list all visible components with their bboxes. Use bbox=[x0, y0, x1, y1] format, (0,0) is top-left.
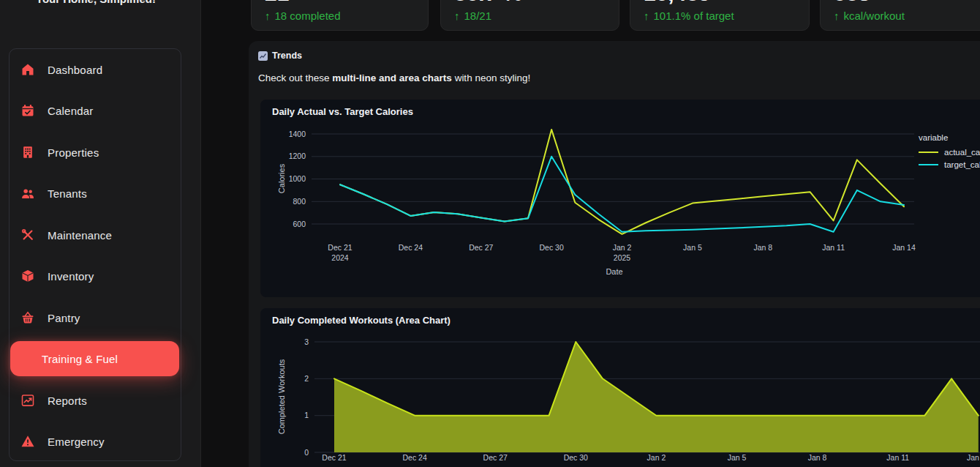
calendar-icon bbox=[20, 103, 35, 118]
y-axis-title: Completed Workouts bbox=[277, 359, 286, 435]
workouts-area-chart-panel: 0123Dec 21Dec 24Dec 27Dec 30Jan 2Jan 5Ja… bbox=[260, 308, 980, 467]
sidebar-item-tenants[interactable]: Tenants bbox=[12, 179, 180, 208]
chart-title: Daily Completed Workouts (Area Chart) bbox=[272, 315, 451, 326]
svg-text:600: 600 bbox=[293, 220, 306, 228]
stat-delta-label: 18/21 bbox=[464, 10, 492, 22]
svg-text:2: 2 bbox=[304, 374, 309, 383]
svg-text:2025: 2025 bbox=[614, 253, 631, 262]
arrow-up-icon bbox=[454, 10, 460, 22]
svg-text:Jan 5: Jan 5 bbox=[728, 453, 747, 462]
chart-legend: variable actual_calories target_calories bbox=[919, 133, 980, 171]
svg-text:1200: 1200 bbox=[289, 152, 306, 160]
sidebar-item-emergency[interactable]: Emergency bbox=[12, 427, 180, 456]
sidebar-item-calendar[interactable]: Calendar bbox=[12, 96, 180, 125]
svg-text:3: 3 bbox=[304, 337, 309, 346]
stat-value: 21 bbox=[265, 0, 289, 7]
x-axis-title: Date bbox=[606, 267, 622, 276]
svg-text:Jan 11: Jan 11 bbox=[822, 243, 845, 252]
sidebar-item-label: Dashboard bbox=[48, 64, 102, 76]
sidebar-item-label: Pantry bbox=[48, 312, 80, 324]
svg-text:1: 1 bbox=[304, 411, 309, 419]
sidebar-item-label: Maintenance bbox=[48, 229, 112, 242]
stat-delta-label: 18 completed bbox=[275, 10, 341, 22]
sidebar-item-properties[interactable]: Properties bbox=[12, 138, 180, 167]
svg-text:Dec 21: Dec 21 bbox=[322, 453, 346, 462]
sidebar-item-label: Tenants bbox=[48, 187, 87, 200]
svg-text:Jan 8: Jan 8 bbox=[753, 243, 772, 252]
home-icon bbox=[20, 62, 35, 77]
y-axis-title: Calories bbox=[277, 164, 286, 193]
workouts-area-chart[interactable]: 0123Dec 21Dec 24Dec 27Dec 30Jan 2Jan 5Ja… bbox=[260, 308, 980, 467]
svg-text:Jan 11: Jan 11 bbox=[886, 453, 909, 462]
warning-icon bbox=[20, 434, 35, 449]
svg-text:Dec 30: Dec 30 bbox=[539, 243, 563, 252]
sidebar-item-reports[interactable]: Reports bbox=[12, 386, 180, 415]
trends-panel: Trends Check out these multi-line and ar… bbox=[249, 41, 980, 467]
box-icon bbox=[20, 269, 35, 283]
sidebar-item-label: Inventory bbox=[48, 270, 94, 283]
chart-increasing-icon bbox=[258, 51, 268, 61]
sidebar-item-label: Calendar bbox=[48, 105, 93, 117]
chart-line-icon bbox=[20, 393, 35, 408]
chart-title: Daily Actual vs. Target Calories bbox=[272, 106, 413, 117]
arrow-up-icon bbox=[265, 10, 271, 22]
stat-value: 10,489 bbox=[644, 0, 711, 7]
svg-text:Dec 24: Dec 24 bbox=[399, 243, 423, 252]
legend-label: target_calories bbox=[944, 160, 980, 169]
stat-card-workouts: 21 18 completed bbox=[251, 0, 429, 31]
trends-description: Check out these multi-line and area char… bbox=[258, 72, 530, 83]
svg-text:0: 0 bbox=[304, 448, 309, 457]
legend-title: variable bbox=[919, 133, 980, 142]
stat-value: 85.7 % bbox=[454, 0, 522, 7]
line-swatch bbox=[919, 164, 938, 165]
stat-delta: 18 completed bbox=[265, 10, 341, 22]
trends-header: Trends bbox=[258, 51, 302, 61]
line-swatch bbox=[919, 152, 938, 153]
calories-line-chart-panel: 600800100012001400Dec 212024Dec 24Dec 27… bbox=[260, 100, 980, 297]
svg-text:2024: 2024 bbox=[331, 253, 349, 262]
trends-title: Trends bbox=[272, 51, 302, 61]
svg-text:Jan 8: Jan 8 bbox=[808, 453, 827, 462]
sidebar-item-dashboard[interactable]: Dashboard bbox=[12, 55, 180, 84]
basket-icon bbox=[20, 310, 35, 325]
legend-item-target-calories[interactable]: target_calories bbox=[919, 158, 980, 171]
svg-text:Jan 14: Jan 14 bbox=[967, 453, 980, 462]
sidebar-item-label: Training & Fuel bbox=[42, 353, 118, 365]
legend-item-actual-calories[interactable]: actual_calories bbox=[919, 146, 980, 158]
svg-text:Dec 27: Dec 27 bbox=[483, 453, 508, 462]
tools-icon bbox=[20, 228, 35, 242]
stat-card-kcal-per-workout: 583 kcal/workout bbox=[820, 0, 980, 31]
sidebar-item-inventory[interactable]: Inventory bbox=[12, 261, 180, 291]
app-tagline: Your Home, Simplified! bbox=[0, 0, 192, 5]
svg-text:Jan 14: Jan 14 bbox=[892, 243, 916, 252]
sidebar-item-label: Properties bbox=[48, 146, 99, 159]
sidebar-item-maintenance[interactable]: Maintenance bbox=[12, 220, 180, 250]
stat-value: 583 bbox=[834, 0, 870, 7]
training-fuel-dashboard: { "sidebar": { "title": "Your Home, Simp… bbox=[0, 0, 980, 467]
svg-text:Jan 2: Jan 2 bbox=[613, 243, 632, 252]
svg-text:Dec 30: Dec 30 bbox=[564, 453, 588, 462]
stat-card-completion: 85.7 % 18/21 bbox=[440, 0, 619, 31]
legend-label: actual_calories bbox=[944, 148, 980, 157]
sidebar-item-pantry[interactable]: Pantry bbox=[12, 303, 180, 332]
sidebar-item-training-fuel[interactable]: Training & Fuel bbox=[10, 341, 179, 376]
stat-delta: kcal/workout bbox=[834, 10, 905, 22]
svg-text:Jan 2: Jan 2 bbox=[647, 453, 666, 462]
stat-delta-label: kcal/workout bbox=[844, 10, 905, 22]
stat-delta-label: 101.1% of target bbox=[654, 10, 734, 22]
users-icon bbox=[20, 186, 35, 201]
svg-text:1000: 1000 bbox=[289, 174, 306, 183]
sidebar: Your Home, Simplified! Dashboard Calenda… bbox=[0, 0, 201, 467]
svg-text:800: 800 bbox=[293, 197, 306, 206]
arrow-up-icon bbox=[834, 10, 840, 22]
stat-delta: 101.1% of target bbox=[644, 10, 734, 22]
stat-delta: 18/21 bbox=[454, 10, 491, 22]
svg-text:1400: 1400 bbox=[289, 130, 306, 138]
svg-text:Dec 24: Dec 24 bbox=[402, 453, 426, 462]
svg-text:Dec 27: Dec 27 bbox=[469, 243, 493, 252]
sidebar-item-label: Emergency bbox=[48, 436, 105, 448]
svg-text:Jan 5: Jan 5 bbox=[683, 243, 702, 252]
building-icon bbox=[20, 145, 35, 160]
stat-card-calories: 10,489 101.1% of target bbox=[630, 0, 810, 31]
sidebar-item-label: Reports bbox=[48, 395, 87, 407]
